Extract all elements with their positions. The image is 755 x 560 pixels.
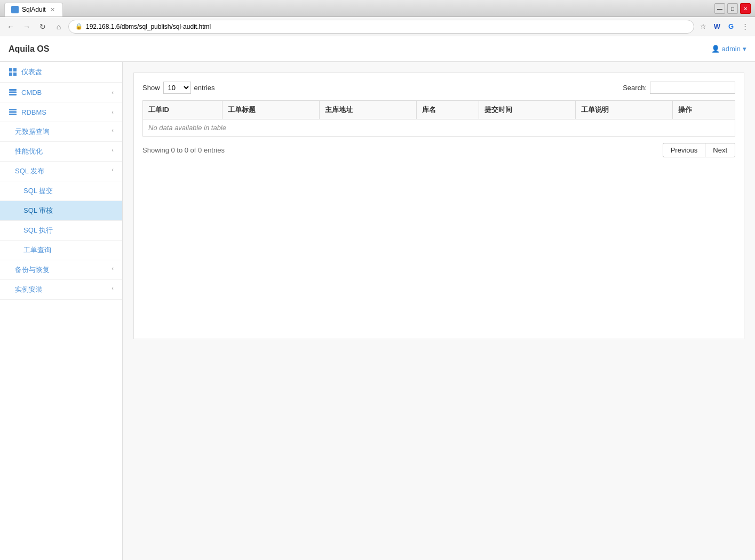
- tab-favicon: [11, 6, 19, 13]
- sidebar-item-sql-audit[interactable]: SQL 审核: [0, 201, 122, 221]
- rdbms-chevron-icon: ‹: [112, 109, 114, 115]
- sidebar-item-sql-submit[interactable]: SQL 提交: [0, 181, 122, 201]
- sidebar-item-backup-restore[interactable]: 备份与恢复 ‹: [0, 260, 122, 280]
- sidebar-label-sql-publish: SQL 发布: [15, 167, 44, 175]
- username-label: admin: [722, 45, 741, 53]
- browser-titlebar: SqlAduit ✕ — □ ✕: [0, 0, 755, 17]
- sidebar-label-instance-install: 实例安装: [15, 285, 43, 293]
- table-controls-bottom: Showing 0 to 0 of 0 entries Previous Nex…: [142, 143, 735, 157]
- sidebar-item-dashboard-left: 仪表盘: [9, 67, 42, 77]
- svg-rect-1: [13, 68, 17, 71]
- main-content: Show 10 25 50 100 entries Search:: [123, 62, 755, 560]
- no-data-cell: No data available in table: [143, 119, 735, 137]
- table-header: 工单ID 工单标题 主库地址 库名 提交时间 工单说明 操作: [143, 101, 735, 119]
- previous-button[interactable]: Previous: [663, 143, 705, 157]
- user-icon: 👤: [711, 45, 720, 53]
- showing-text: Showing 0 to 0 of 0 entries: [142, 146, 225, 154]
- app-header: Aquila OS 👤 admin ▾: [0, 36, 755, 62]
- sidebar-label-sql-audit: SQL 审核: [23, 206, 53, 214]
- app-logo: Aquila OS: [9, 44, 49, 54]
- pagination: Previous Next: [663, 143, 735, 157]
- entries-select[interactable]: 10 25 50 100: [163, 82, 191, 94]
- forward-button[interactable]: →: [20, 20, 33, 33]
- search-input[interactable]: [650, 82, 735, 94]
- sidebar-item-cmdb-left: CMDB: [9, 88, 42, 97]
- sidebar-label-sql-submit: SQL 提交: [23, 187, 53, 195]
- address-bar[interactable]: 🔒: [68, 20, 694, 34]
- sidebar-item-meta-query[interactable]: 元数据查询 ‹: [0, 122, 122, 142]
- sidebar-item-rdbms-left: RDBMS: [9, 108, 46, 116]
- cmdb-icon: [9, 88, 17, 97]
- maximize-button[interactable]: □: [727, 3, 738, 14]
- search-area: Search:: [623, 82, 735, 94]
- search-label: Search:: [623, 84, 647, 92]
- rdbms-icon: [9, 108, 17, 116]
- col-actions: 操作: [672, 101, 735, 119]
- perf-opt-chevron-icon: ‹: [112, 147, 114, 153]
- sidebar-item-ticket-query[interactable]: 工单查询: [0, 241, 122, 260]
- user-chevron-icon: ▾: [743, 45, 746, 53]
- sql-publish-chevron-icon: ‹: [112, 166, 114, 173]
- show-label: Show: [142, 84, 160, 92]
- sidebar-item-sql-publish[interactable]: SQL 发布 ‹: [0, 162, 122, 181]
- svg-rect-8: [9, 111, 17, 113]
- next-button[interactable]: Next: [705, 143, 735, 157]
- user-menu[interactable]: 👤 admin ▾: [711, 45, 746, 53]
- backup-restore-chevron-icon: ‹: [112, 265, 114, 271]
- sidebar-item-sql-exec[interactable]: SQL 执行: [0, 221, 122, 241]
- tab-close-button[interactable]: ✕: [49, 6, 56, 13]
- meta-query-chevron-icon: ‹: [112, 127, 114, 133]
- col-submit-time: 提交时间: [479, 101, 576, 119]
- table-header-row: 工单ID 工单标题 主库地址 库名 提交时间 工单说明 操作: [143, 101, 735, 119]
- svg-rect-5: [9, 92, 17, 93]
- minimize-button[interactable]: —: [714, 3, 725, 14]
- sidebar-label-meta-query: 元数据查询: [15, 127, 50, 135]
- sidebar-item-dashboard[interactable]: 仪表盘: [0, 62, 122, 83]
- svg-rect-4: [9, 89, 17, 91]
- col-ticket-title: 工单标题: [222, 101, 320, 119]
- instance-install-chevron-icon: ‹: [112, 285, 114, 291]
- browser-tab[interactable]: SqlAduit ✕: [4, 3, 63, 17]
- sidebar: 仪表盘 CMDB ‹ RDBMS ‹ 元数据查询 ‹: [0, 62, 123, 560]
- svg-rect-6: [9, 94, 17, 95]
- svg-rect-7: [9, 109, 17, 110]
- table-body: No data available in table: [143, 119, 735, 137]
- col-master-addr: 主库地址: [319, 101, 416, 119]
- extension2-icon[interactable]: G: [725, 21, 737, 33]
- sidebar-label-dashboard: 仪表盘: [21, 67, 42, 77]
- svg-rect-2: [9, 73, 12, 76]
- sidebar-label-ticket-query: 工单查询: [23, 246, 51, 254]
- sidebar-item-perf-opt[interactable]: 性能优化 ‹: [0, 142, 122, 162]
- svg-rect-9: [9, 114, 17, 115]
- window-controls: — □ ✕: [714, 3, 751, 14]
- sidebar-label-rdbms: RDBMS: [21, 108, 46, 116]
- sidebar-label-perf-opt: 性能优化: [15, 147, 43, 155]
- data-table: 工单ID 工单标题 主库地址 库名 提交时间 工单说明 操作 No data a…: [142, 100, 735, 137]
- sidebar-item-rdbms[interactable]: RDBMS ‹: [0, 102, 122, 122]
- menu-icon[interactable]: ⋮: [739, 21, 751, 33]
- sidebar-item-instance-install[interactable]: 实例安装 ‹: [0, 280, 122, 300]
- browser-toolbar: ← → ↻ ⌂ 🔒 ☆ W G ⋮: [0, 17, 755, 36]
- bookmark-icon[interactable]: ☆: [697, 21, 709, 33]
- sidebar-label-backup-restore: 备份与恢复: [15, 266, 50, 274]
- reload-button[interactable]: ↻: [36, 20, 49, 33]
- show-entries: Show 10 25 50 100 entries: [142, 82, 215, 94]
- home-button[interactable]: ⌂: [52, 20, 65, 33]
- sidebar-label-sql-exec: SQL 执行: [23, 226, 53, 234]
- svg-rect-0: [9, 68, 12, 71]
- col-ticket-id: 工单ID: [143, 101, 222, 119]
- col-db-name: 库名: [416, 101, 479, 119]
- dashboard-icon: [9, 68, 17, 76]
- close-button[interactable]: ✕: [740, 3, 751, 14]
- tab-title: SqlAduit: [22, 6, 46, 13]
- table-controls-top: Show 10 25 50 100 entries Search:: [142, 82, 735, 94]
- table-row-no-data: No data available in table: [143, 119, 735, 137]
- url-input[interactable]: [86, 23, 687, 30]
- toolbar-icons: ☆ W G ⋮: [697, 21, 751, 33]
- sidebar-item-cmdb[interactable]: CMDB ‹: [0, 83, 122, 102]
- content-panel: Show 10 25 50 100 entries Search:: [133, 73, 744, 339]
- back-button[interactable]: ←: [4, 20, 17, 33]
- col-ticket-desc: 工单说明: [576, 101, 673, 119]
- extension1-icon[interactable]: W: [711, 21, 723, 33]
- cmdb-chevron-icon: ‹: [112, 89, 114, 95]
